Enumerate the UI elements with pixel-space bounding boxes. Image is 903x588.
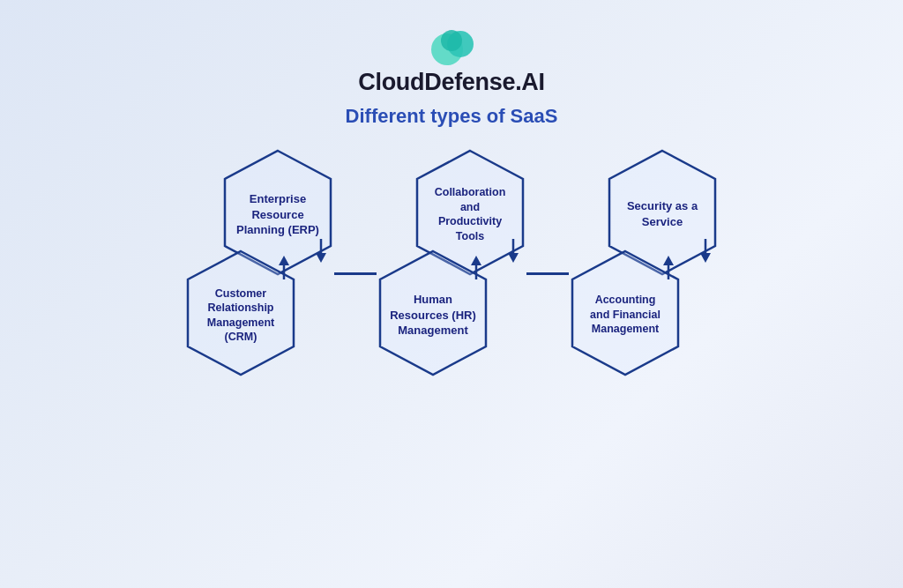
svg-point-2 bbox=[441, 30, 462, 51]
hex-erp-label: EnterpriseResourcePlanning (ERP) bbox=[229, 191, 326, 238]
hex-security-label: Security as aService bbox=[614, 198, 711, 229]
group-3: Security as aService Accountingand Finan… bbox=[569, 147, 719, 382]
brand-title: CloudDefense.AI bbox=[358, 69, 545, 96]
svg-marker-14 bbox=[471, 256, 481, 265]
hex-crm-label: CustomerRelationshipManagement(CRM) bbox=[192, 287, 289, 344]
erp-arrow bbox=[313, 239, 329, 264]
group-1: EnterpriseResourcePlanning (ERP) Custome… bbox=[184, 147, 334, 382]
connector-1 bbox=[334, 272, 377, 275]
svg-marker-8 bbox=[279, 256, 289, 265]
hex-hr-wrapper: HumanResources (HR)Management bbox=[377, 248, 489, 382]
svg-marker-17 bbox=[700, 253, 711, 263]
group-2: CollaborationandProductivityTools HumanR… bbox=[377, 147, 526, 382]
hex-accounting-label: Accountingand FinancialManagement bbox=[576, 293, 675, 337]
security-arrow bbox=[698, 239, 713, 264]
page-subtitle: Different types of SaaS bbox=[346, 105, 558, 128]
hex-collab-label: CollaborationandProductivityTools bbox=[422, 185, 519, 243]
svg-marker-11 bbox=[508, 253, 519, 263]
hr-arrow bbox=[468, 255, 484, 279]
connector-2 bbox=[526, 272, 569, 275]
collab-arrow bbox=[505, 239, 521, 264]
hex-hr-label: HumanResources (HR)Management bbox=[384, 292, 481, 339]
svg-marker-5 bbox=[316, 253, 326, 263]
hex-accounting-wrapper: Accountingand FinancialManagement bbox=[569, 248, 682, 382]
hex-crm-wrapper: CustomerRelationshipManagement(CRM) bbox=[184, 248, 297, 382]
diagram-container: EnterpriseResourcePlanning (ERP) Custome… bbox=[28, 147, 875, 382]
svg-marker-20 bbox=[663, 256, 674, 265]
accounting-arrow bbox=[660, 255, 676, 279]
brand-logo bbox=[423, 25, 481, 69]
header: CloudDefense.AI bbox=[358, 25, 545, 96]
crm-arrow bbox=[276, 255, 292, 279]
